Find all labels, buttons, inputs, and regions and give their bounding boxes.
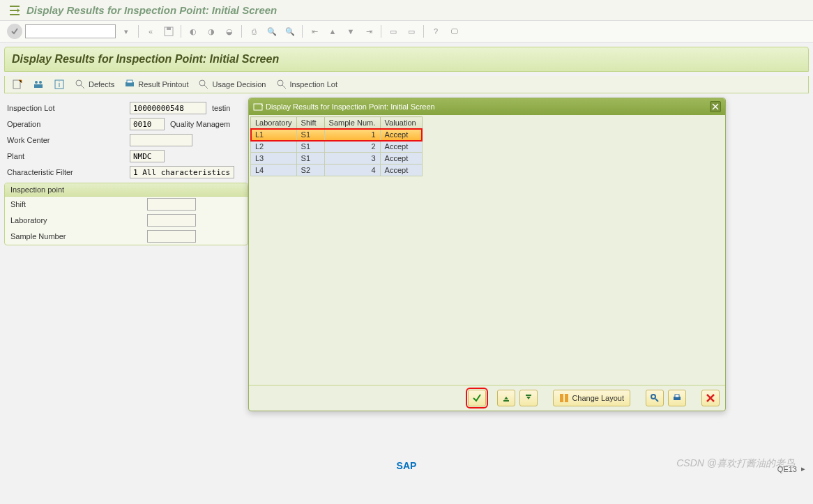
svg-point-4 [39,81,42,84]
svg-rect-13 [254,104,262,110]
col-sample-num[interactable]: Sample Num. [324,117,380,129]
app-title-bar: Display Results for Inspection Point: In… [0,0,813,21]
info-button[interactable]: i [54,79,65,90]
dialog-body: Laboratory Shift Sample Num. Valuation L… [249,115,725,385]
svg-rect-1 [167,27,171,30]
col-valuation[interactable]: Valuation [380,117,422,129]
svg-rect-14 [503,400,509,402]
app-title: Display Results for Inspection Point: In… [26,4,277,16]
defects-button[interactable]: Defects [75,79,114,90]
operation-field[interactable] [130,118,165,130]
print-icon[interactable]: ⎙ [246,24,261,39]
cancel-button[interactable] [701,390,720,406]
app-toolbar: i Defects Result Printout Usage Decision… [4,76,809,93]
form-area: Inspection Lot testin Operation Quality … [4,100,248,245]
status-bar: QE13 ▸ [777,464,805,473]
nav-cancel-icon[interactable]: ◒ [222,24,237,39]
svg-rect-2 [13,80,20,89]
operation-desc: Quality Managem [170,120,230,128]
local-layout-icon[interactable]: 🖵 [446,24,462,39]
inspection-lot-desc: testin [212,104,230,112]
users-button[interactable] [33,79,44,90]
nav-back-icon[interactable]: ◐ [185,24,201,39]
svg-rect-20 [675,395,679,397]
sample-number-field[interactable] [147,230,196,243]
svg-rect-15 [526,395,531,396]
char-filter-label: Characteristic Filter [4,168,130,176]
accept-button[interactable] [468,390,486,406]
svg-rect-17 [565,394,568,402]
enter-button[interactable] [7,24,22,39]
svg-rect-5 [34,84,43,88]
print-button[interactable] [668,390,686,406]
command-field[interactable] [25,24,116,38]
standard-toolbar: ▾ « ◐ ◑ ◒ ⎙ 🔍 🔍 ⇤ ▲ ▼ ⇥ ▭ ▭ ? 🖵 [0,21,813,43]
inspection-points-table: Laboratory Shift Sample Num. Valuation L… [250,116,423,176]
dialog-title-text: Display Results for Inspection Point: In… [266,102,435,111]
menu-icon[interactable] [8,6,21,15]
laboratory-label: Laboratory [8,216,147,224]
svg-point-18 [651,395,655,399]
table-row[interactable]: L1S11Accept [251,129,423,141]
svg-point-8 [76,80,82,86]
result-printout-button[interactable]: Result Printout [124,79,188,90]
col-laboratory[interactable]: Laboratory [251,117,297,129]
svg-text:i: i [59,80,60,89]
tcode-text: QE13 [777,465,797,473]
svg-rect-10 [127,80,132,83]
find-button[interactable] [646,390,664,406]
new-item-button[interactable] [12,79,23,90]
work-center-field[interactable] [130,134,192,146]
first-page-icon[interactable]: ⇤ [307,24,322,39]
dialog-icon [253,102,263,112]
inspection-lot-field[interactable] [130,102,206,114]
dialog-button-bar: Change Layout [249,385,725,411]
save-icon[interactable] [161,24,176,39]
sample-number-label: Sample Number [8,232,147,240]
inspection-point-group: Inspection point Shift Laboratory Sample… [4,183,248,245]
table-row[interactable]: L3S13Accept [251,153,423,165]
prev-page-icon[interactable]: ▲ [325,24,340,39]
close-icon[interactable] [710,101,721,112]
help-icon[interactable]: ? [428,24,443,39]
table-row[interactable]: L4S24Accept [251,165,423,176]
inspection-lot-button[interactable]: Inspection Lot [276,79,338,90]
plant-label: Plant [4,152,130,160]
next-page-icon[interactable]: ▼ [343,24,358,39]
new-session-icon[interactable]: ▭ [386,24,401,39]
shift-field[interactable] [147,198,196,211]
status-arrow-icon[interactable]: ▸ [801,464,805,473]
inspection-point-dialog: Display Results for Inspection Point: In… [248,98,726,411]
col-shift[interactable]: Shift [296,117,324,129]
work-center-label: Work Center [4,136,130,144]
find-icon[interactable]: 🔍 [264,24,280,39]
dropdown-icon[interactable]: ▾ [119,24,134,39]
char-filter-field[interactable] [130,166,234,178]
operation-label: Operation [4,120,130,128]
last-page-icon[interactable]: ⇥ [361,24,377,39]
svg-point-3 [35,81,38,84]
change-layout-button[interactable]: Change Layout [553,390,630,406]
svg-point-11 [199,80,205,86]
usage-decision-button[interactable]: Usage Decision [198,79,266,90]
table-row[interactable]: L2S12Accept [251,141,423,153]
layout-icon[interactable]: ▭ [404,24,419,39]
sap-logo: SAP [397,460,417,471]
shift-label: Shift [8,200,147,208]
group-header: Inspection point [5,183,248,197]
sort-asc-button[interactable] [497,390,515,406]
plant-field[interactable] [130,150,165,162]
find-next-icon[interactable]: 🔍 [282,24,298,39]
back-icon[interactable]: « [143,24,158,39]
svg-rect-16 [560,394,563,402]
page-header: Display Results for Inspection Point: In… [4,47,809,72]
sort-desc-button[interactable] [519,390,538,406]
dialog-title-bar: Display Results for Inspection Point: In… [249,98,725,115]
inspection-lot-label: Inspection Lot [4,104,130,112]
nav-exit-icon[interactable]: ◑ [204,24,219,39]
laboratory-field[interactable] [147,214,196,227]
svg-point-12 [278,80,283,86]
